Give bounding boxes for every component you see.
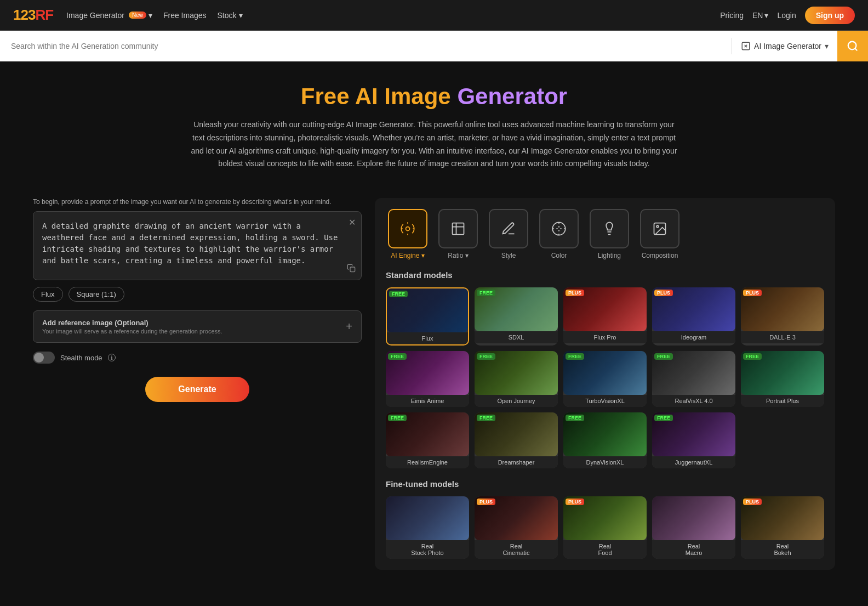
prompt-wrapper: ✕ <box>33 211 362 280</box>
tool-color[interactable]: Color <box>537 209 581 259</box>
logo[interactable]: 123RF <box>13 7 53 24</box>
model-name-ideogram: Ideogram <box>652 331 735 343</box>
finetuned-models-grid: Real Stock PhotoPLUSReal CinematicPLUSRe… <box>386 496 824 559</box>
svg-line-2 <box>855 48 857 50</box>
tool-icon-color <box>539 209 579 248</box>
nav-free-images[interactable]: Free Images <box>163 11 207 20</box>
model-card-real-food[interactable]: PLUSReal Food <box>563 496 647 559</box>
standard-models-grid: FREEFluxFREESDXLPLUSFlux ProPLUSIdeogram… <box>386 287 824 468</box>
copy-prompt-button[interactable] <box>347 264 356 274</box>
add-reference-button[interactable]: + <box>346 320 352 333</box>
toolbar: AI Engine ▾Ratio ▾StyleColorLightingComp… <box>386 209 824 259</box>
hero-description: Unleash your creativity with our cutting… <box>187 118 681 171</box>
model-card-juggernautxl[interactable]: FREEJuggernautXL <box>652 412 735 468</box>
nav-stock[interactable]: Stock ▾ <box>218 11 243 20</box>
tool-lighting[interactable]: Lighting <box>587 209 631 259</box>
model-thumb-real-food: PLUS <box>563 496 647 540</box>
model-card-portrait-plus[interactable]: FREEPortrait Plus <box>741 351 824 407</box>
model-card-open-journey[interactable]: FREEOpen Journey <box>475 351 558 407</box>
model-name-turbovisionxl: TurboVisionXL <box>563 395 647 407</box>
tool-composition[interactable]: Composition <box>638 209 682 259</box>
model-card-sdxl[interactable]: FREESDXL <box>475 287 558 346</box>
tool-icon-composition <box>640 209 679 248</box>
model-thumb-turbovisionxl: FREE <box>563 351 647 395</box>
model-badge-portrait-plus: FREE <box>743 353 762 360</box>
prompt-textarea[interactable] <box>33 212 361 277</box>
model-card-realism-engine[interactable]: FREERealismEngine <box>386 412 469 468</box>
model-card-real-macro[interactable]: Real Macro <box>652 496 735 559</box>
search-button[interactable] <box>837 31 868 61</box>
model-badge-ideogram: PLUS <box>654 290 673 296</box>
clear-prompt-button[interactable]: ✕ <box>349 217 356 228</box>
model-card-turbovisionxl[interactable]: FREETurboVisionXL <box>563 351 647 407</box>
standard-models-title: Standard models <box>386 270 824 280</box>
model-card-dynavisionxl[interactable]: FREEDynaVisionXL <box>563 412 647 468</box>
model-thumb-open-journey: FREE <box>475 351 558 395</box>
tool-icon-ratio <box>438 209 478 248</box>
model-thumb-real-macro <box>652 496 735 540</box>
tool-label-ratio: Ratio ▾ <box>448 252 468 259</box>
search-type-selector[interactable]: AI Image Generator ▾ <box>732 41 837 51</box>
stealth-info-icon[interactable]: ℹ <box>108 354 116 361</box>
reference-subtitle: Your image will serve as a reference dur… <box>42 328 346 335</box>
model-badge-sdxl: FREE <box>477 290 495 296</box>
model-card-real-stock-photo[interactable]: Real Stock Photo <box>386 496 469 559</box>
model-card-dreamshaper[interactable]: FREEDreamshaper <box>475 412 558 468</box>
signup-button[interactable]: Sign up <box>805 7 855 24</box>
model-thumb-sdxl: FREE <box>475 287 558 331</box>
tool-ai-engine[interactable]: AI Engine ▾ <box>386 209 430 259</box>
tag-flux[interactable]: Flux <box>33 287 63 302</box>
svg-point-1 <box>848 42 856 50</box>
generate-button[interactable]: Generate <box>145 377 249 402</box>
model-thumb-dreamshaper: FREE <box>475 412 558 456</box>
model-card-real-bokeh[interactable]: PLUSReal Bokeh <box>741 496 824 559</box>
reference-content: Add reference image (Optional) Your imag… <box>42 319 346 335</box>
tool-label-color: Color <box>551 252 567 259</box>
model-badge-dalle3: PLUS <box>743 290 762 296</box>
tool-style[interactable]: Style <box>487 209 530 259</box>
model-badge-dynavisionxl: FREE <box>566 415 584 421</box>
model-card-eimis-anime[interactable]: FREEEimis Anime <box>386 351 469 407</box>
language-selector[interactable]: EN ▾ <box>752 11 768 20</box>
model-badge-real-cinematic: PLUS <box>477 499 495 505</box>
login-button[interactable]: Login <box>777 11 796 20</box>
model-badge-real-bokeh: PLUS <box>743 499 762 505</box>
tool-icon-lighting <box>590 209 629 248</box>
tool-icon-style <box>489 209 528 248</box>
tool-ratio[interactable]: Ratio ▾ <box>436 209 480 259</box>
search-input[interactable] <box>0 42 732 50</box>
model-name-realvisxl: RealVisXL 4.0 <box>652 395 735 407</box>
model-name-eimis-anime: Eimis Anime <box>386 395 469 407</box>
search-bar: AI Image Generator ▾ <box>0 31 868 61</box>
model-card-realvisxl[interactable]: FREERealVisXL 4.0 <box>652 351 735 407</box>
prompt-tags: Flux Square (1:1) <box>33 287 362 302</box>
tool-icon-ai-engine <box>388 209 427 248</box>
pricing-link[interactable]: Pricing <box>720 11 744 20</box>
hero-title: Free AI Image Generator <box>11 83 857 110</box>
model-thumb-real-bokeh: PLUS <box>741 496 824 540</box>
svg-point-6 <box>552 223 565 235</box>
model-card-real-cinematic[interactable]: PLUSReal Cinematic <box>475 496 558 559</box>
ai-generator-icon <box>741 41 751 51</box>
toggle-knob <box>34 353 44 363</box>
model-card-ideogram[interactable]: PLUSIdeogram <box>652 287 735 346</box>
model-thumb-realvisxl: FREE <box>652 351 735 395</box>
model-name-juggernautxl: JuggernautXL <box>652 456 735 468</box>
svg-rect-5 <box>453 223 464 235</box>
model-badge-dreamshaper: FREE <box>477 415 495 421</box>
model-card-flux-pro[interactable]: PLUSFlux Pro <box>563 287 647 346</box>
model-name-open-journey: Open Journey <box>475 395 558 407</box>
model-name-sdxl: SDXL <box>475 331 558 343</box>
stealth-label: Stealth mode <box>60 354 102 362</box>
model-badge-turbovisionxl: FREE <box>566 353 584 360</box>
stealth-toggle[interactable] <box>33 352 55 364</box>
model-thumb-real-cinematic: PLUS <box>475 496 558 540</box>
tag-square[interactable]: Square (1:1) <box>68 287 124 302</box>
model-name-flux-pro: Flux Pro <box>563 331 647 343</box>
model-card-flux[interactable]: FREEFlux <box>386 287 469 346</box>
reference-title: Add reference image (Optional) <box>42 319 346 327</box>
header-right: Pricing EN ▾ Login Sign up <box>720 7 855 24</box>
model-name-realism-engine: RealismEngine <box>386 456 469 468</box>
nav-image-generator[interactable]: Image Generator New ▾ <box>66 11 152 20</box>
model-card-dalle3[interactable]: PLUSDALL-E 3 <box>741 287 824 346</box>
